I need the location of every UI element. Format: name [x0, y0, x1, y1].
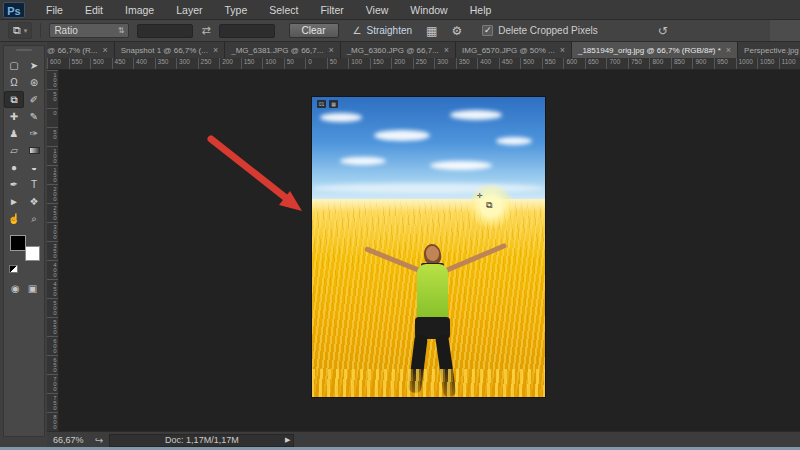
menu-layer[interactable]: Layer [165, 1, 213, 19]
menu-help[interactable]: Help [459, 1, 503, 19]
image-badge: 01 [317, 100, 326, 108]
document-tab[interactable]: _1851949_orig.jpg @ 66,7% (RGB/8#) *× [572, 42, 738, 58]
panel-bottom-icons: ◉ ▣ [4, 283, 44, 294]
ruler-label: 50 [47, 127, 58, 146]
lasso-tool[interactable]: Ω [4, 74, 24, 91]
background-color-swatch[interactable] [25, 246, 40, 261]
document-tab[interactable]: Snapshot 1 @ 66,7% (...× [115, 42, 226, 58]
hand-tool[interactable]: ☝ [4, 210, 24, 227]
status-menu-icon[interactable]: ↪ [95, 435, 103, 446]
menu-image[interactable]: Image [114, 1, 165, 19]
ruler-label: 350 [456, 58, 478, 69]
crop-overlay-grid-icon[interactable]: ▦ [426, 24, 437, 38]
crop-tool[interactable]: ⧉ [4, 91, 24, 108]
clear-button[interactable]: Clear [289, 23, 339, 38]
ruler-label: 800 [649, 58, 671, 69]
quick-mask-icon[interactable]: ◉ [11, 283, 20, 294]
clone-stamp-tool[interactable]: ♟ [4, 125, 24, 142]
aspect-ratio-select[interactable]: Ratio ⇅ [49, 23, 129, 38]
history-brush-tool[interactable]: ✑ [24, 125, 44, 142]
menu-file[interactable]: File [35, 1, 74, 19]
brush-tool[interactable]: ✎ [24, 108, 44, 125]
current-tool-well[interactable]: ⧉ ▾ [8, 22, 32, 39]
path-selection-tool[interactable]: ► [4, 193, 24, 210]
crop-settings-gear-icon[interactable]: ⚙ [451, 24, 462, 38]
eyedropper-tool-glyph: ✐ [30, 94, 38, 105]
ruler-label: 150 [241, 58, 263, 69]
ruler-label: 250 [413, 58, 435, 69]
rectangular-marquee-tool[interactable]: ▢ [4, 57, 24, 74]
close-icon[interactable]: × [213, 45, 218, 55]
menu-view[interactable]: View [355, 1, 400, 19]
swap-dimensions-icon[interactable]: ⇄ [201, 24, 210, 37]
ruler-label: 100 [47, 70, 58, 89]
screen-mode-icon[interactable]: ▣ [28, 283, 37, 294]
lasso-tool-glyph: Ω [10, 77, 17, 88]
aspect-ratio-value: Ratio [54, 25, 77, 36]
ruler-label: 200 [391, 58, 413, 69]
ruler-label: 450 [47, 279, 58, 298]
zoom-level-field[interactable]: 66,67% [53, 435, 91, 445]
crop-width-input[interactable] [137, 24, 193, 38]
eraser-tool[interactable]: ▱ [4, 142, 24, 159]
delete-cropped-pixels-checkbox[interactable]: ✓ [482, 25, 493, 36]
ruler-label: 100 [47, 146, 58, 165]
eraser-tool-glyph: ▱ [10, 145, 18, 156]
document-size-field[interactable]: Doc: 1,17M/1,17M ▶ [109, 434, 294, 447]
close-icon[interactable]: × [102, 45, 107, 55]
menu-window[interactable]: Window [399, 1, 458, 19]
spot-healing-brush-tool[interactable]: ✚ [4, 108, 24, 125]
ruler-label: 600 [563, 58, 585, 69]
foreground-color-swatch[interactable] [10, 235, 26, 251]
blur-tool[interactable]: ● [4, 159, 24, 176]
ruler-label: 1100 [779, 58, 800, 69]
ruler-label: 550 [47, 317, 58, 336]
ruler-label: 450 [112, 58, 134, 69]
panel-grip[interactable] [16, 49, 32, 51]
spot-healing-brush-tool-glyph: ✚ [10, 111, 18, 122]
canvas-area[interactable]: ✛ ⧉ 01▦ [59, 70, 800, 431]
pen-tool[interactable]: ✒ [4, 176, 24, 193]
tab-label: Snapshot 1 @ 66,7% (... [121, 46, 208, 55]
close-icon[interactable]: × [726, 45, 731, 55]
crop-height-input[interactable] [219, 24, 275, 38]
zoom-tool[interactable]: ⌕ [24, 210, 44, 227]
menu-filter[interactable]: Filter [309, 1, 354, 19]
document-tab[interactable]: IMG_6570.JPG @ 50% ...× [456, 42, 572, 58]
gradient-tool[interactable] [24, 142, 44, 159]
dodge-tool[interactable]: ◒ [24, 159, 44, 176]
menu-select[interactable]: Select [258, 1, 309, 19]
menu-type[interactable]: Type [213, 1, 258, 19]
delete-cropped-pixels-label: Delete Cropped Pixels [498, 25, 598, 36]
default-colors-icon[interactable] [9, 265, 18, 273]
close-icon[interactable]: × [444, 45, 449, 55]
move-tool[interactable]: ➤ [24, 57, 44, 74]
quick-selection-tool[interactable]: ⊛ [24, 74, 44, 91]
ruler-label: 300 [176, 58, 198, 69]
menu-edit[interactable]: Edit [74, 1, 114, 19]
ruler-label: 500 [47, 298, 58, 317]
ruler-label: 300 [47, 222, 58, 241]
ruler-label: 450 [499, 58, 521, 69]
type-tool-glyph: T [31, 179, 37, 190]
ruler-label: 600 [47, 336, 58, 355]
status-bar: 66,67% ↪ Doc: 1,17M/1,17M ▶ [47, 431, 800, 448]
custom-shape-tool[interactable]: ❖ [24, 193, 44, 210]
chevron-down-icon: ▾ [24, 27, 28, 35]
type-tool[interactable]: T [24, 176, 44, 193]
document-tab[interactable]: _MG_6381.JPG @ 66,7...× [225, 42, 340, 58]
reset-icon[interactable]: ↺ [658, 24, 668, 38]
straighten-label[interactable]: Straighten [366, 25, 412, 36]
ruler-label: 300 [434, 58, 456, 69]
eyedropper-tool[interactable]: ✐ [24, 91, 44, 108]
ruler-label: 50 [47, 89, 58, 108]
ruler-label: 500 [520, 58, 542, 69]
document-tab[interactable]: _MG_6360.JPG @ 66,7...× [341, 42, 456, 58]
straighten-icon[interactable]: ∠ [353, 25, 362, 36]
close-icon[interactable]: × [328, 45, 333, 55]
ruler-label: 200 [219, 58, 241, 69]
close-icon[interactable]: × [560, 45, 565, 55]
document-tab[interactable]: Perspective.jpg @ 50%...× [738, 42, 800, 58]
status-options-arrow-icon[interactable]: ▶ [285, 436, 290, 444]
image-badges: 01▦ [317, 100, 338, 108]
